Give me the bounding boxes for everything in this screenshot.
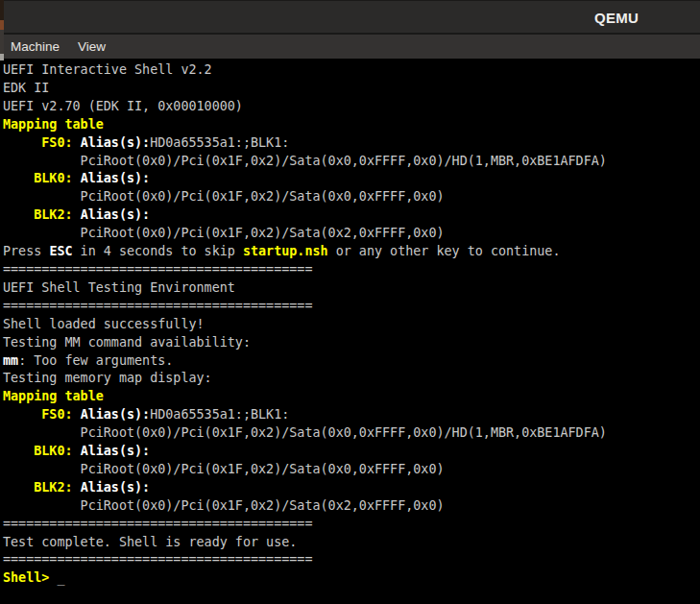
console-line: FS0: Alias(s):HD0a65535a1:;BLK1:	[3, 134, 700, 153]
console-text-segment: in 4 seconds to skip	[73, 244, 243, 258]
console-line: UEFI Interactive Shell v2.2	[3, 61, 700, 80]
console-line: UEFI v2.70 (EDK II, 0x00010000)	[3, 98, 700, 116]
console-text-segment: BLK2:	[34, 480, 72, 495]
console-line: Testing MM command availability:	[3, 334, 700, 352]
console-line: PciRoot(0x0)/Pci(0x1F,0x2)/Sata(0x0,0xFF…	[3, 461, 700, 479]
console-text-segment: Alias(s):	[81, 407, 151, 422]
console-text-segment	[3, 207, 34, 222]
console-line: PciRoot(0x0)/Pci(0x1F,0x2)/Sata(0x2,0xFF…	[3, 225, 700, 243]
console-text-segment: ESC	[49, 244, 72, 258]
console-line: UEFI Shell Testing Environment	[3, 279, 700, 298]
console-text-segment	[73, 171, 81, 185]
console-line: BLK0: Alias(s):	[3, 443, 700, 461]
console-line: Mapping table	[3, 388, 700, 406]
console-text-segment: Alias(s):	[81, 480, 151, 495]
console-text-segment: Shell loaded successfully!	[3, 317, 205, 331]
console-text-segment: ========================================	[3, 552, 312, 567]
console-text-segment: Press	[3, 244, 49, 258]
console-line: PciRoot(0x0)/Pci(0x1F,0x2)/Sata(0x0,0xFF…	[3, 188, 700, 206]
console-text-segment: EDK II	[3, 81, 49, 95]
qemu-window: QEMU Machine View UEFI Interactive Shell…	[0, 0, 700, 604]
console-text-segment: Alias(s):	[81, 444, 151, 458]
console-text-segment: Alias(s):	[81, 207, 151, 222]
console-text-segment: FS0:	[41, 135, 72, 150]
console-text-segment: startup.nsh	[243, 244, 328, 258]
console-output[interactable]: UEFI Interactive Shell v2.2EDK IIUEFI v2…	[0, 59, 700, 602]
cursor: _	[57, 570, 64, 585]
titlebar[interactable]: QEMU	[0, 0, 700, 35]
console-text-segment	[73, 207, 81, 222]
console-text-segment: ========================================	[3, 517, 312, 531]
console-line: PciRoot(0x0)/Pci(0x1F,0x2)/Sata(0x0,0xFF…	[3, 153, 700, 171]
console-line: Mapping table	[3, 116, 700, 134]
console-text-segment: Mapping table	[3, 389, 104, 403]
console-text-segment	[73, 480, 81, 495]
console-text-segment: BLK0:	[34, 444, 72, 458]
menu-item-view[interactable]: View	[78, 35, 106, 59]
console-line: ========================================	[3, 298, 700, 316]
console-text-segment: PciRoot(0x0)/Pci(0x1F,0x2)/Sata(0x0,0xFF…	[3, 189, 445, 204]
console-text-segment: PciRoot(0x0)/Pci(0x1F,0x2)/Sata(0x0,0xFF…	[3, 462, 445, 476]
console-text-segment: mm	[3, 353, 18, 368]
menubar: Machine View	[0, 35, 700, 59]
console-text-segment	[3, 407, 41, 422]
sliver-segment	[0, 20, 4, 30]
console-text-segment: PciRoot(0x0)/Pci(0x1F,0x2)/Sata(0x0,0xFF…	[3, 154, 607, 168]
console-text-segment: : Too few arguments.	[18, 353, 173, 368]
console-text-segment: BLK2:	[34, 207, 72, 222]
console-text-segment: FS0:	[41, 407, 72, 422]
console-line: BLK2: Alias(s):	[3, 479, 700, 497]
console-text-segment: or any other key to continue.	[328, 244, 561, 258]
console-line: ========================================	[3, 516, 700, 534]
console-text-segment: Shell>	[3, 570, 57, 585]
sliver-segment	[0, 0, 4, 20]
console-line: ========================================	[3, 551, 700, 569]
console-text-segment: ========================================	[3, 262, 312, 277]
console-text-segment	[3, 480, 34, 495]
console-text-segment	[73, 444, 81, 458]
console-text-segment	[3, 444, 34, 458]
console-text-segment: Alias(s):	[81, 135, 151, 150]
console-text-segment: Testing memory map display:	[3, 371, 212, 385]
console-line: Testing memory map display:	[3, 370, 700, 388]
console-text-segment: PciRoot(0x0)/Pci(0x1F,0x2)/Sata(0x0,0xFF…	[3, 425, 607, 440]
console-text-segment: PciRoot(0x0)/Pci(0x1F,0x2)/Sata(0x2,0xFF…	[3, 226, 445, 240]
console-text-segment: UEFI v2.70 (EDK II, 0x00010000)	[3, 99, 243, 113]
console-text-segment: Test complete. Shell is ready for use.	[3, 535, 297, 549]
console-line: EDK II	[3, 80, 700, 98]
console-line: PciRoot(0x0)/Pci(0x1F,0x2)/Sata(0x0,0xFF…	[3, 424, 700, 443]
menu-item-machine[interactable]: Machine	[11, 35, 60, 59]
console-text-segment: ========================================	[3, 299, 312, 313]
sliver-segment	[0, 30, 4, 54]
console-text-segment: UEFI Interactive Shell v2.2	[3, 62, 212, 77]
sliver-segment	[0, 54, 4, 60]
console-text-segment: Mapping table	[3, 117, 104, 132]
window-title: QEMU	[594, 9, 639, 25]
console-line: Shell loaded successfully!	[3, 316, 700, 334]
console-text-segment	[3, 171, 34, 185]
console-line: mm: Too few arguments.	[3, 352, 700, 371]
console-text-segment: UEFI Shell Testing Environment	[3, 280, 235, 295]
console-text-segment	[73, 407, 81, 422]
console-line: Shell> _	[3, 569, 700, 588]
console-line: FS0: Alias(s):HD0a65535a1:;BLK1:	[3, 406, 700, 424]
console-text-segment	[73, 135, 81, 150]
console-line: ========================================	[3, 261, 700, 279]
console-line: BLK0: Alias(s):	[3, 170, 700, 188]
console-text-segment: Alias(s):	[81, 171, 151, 185]
console-text-segment: PciRoot(0x0)/Pci(0x1F,0x2)/Sata(0x2,0xFF…	[3, 498, 445, 513]
console-text-segment: Testing MM command availability:	[3, 335, 251, 350]
console-text-segment: HD0a65535a1:;BLK1:	[150, 135, 289, 150]
console-text-segment	[3, 135, 41, 150]
console-text-segment: BLK0:	[34, 171, 72, 185]
console-line: Test complete. Shell is ready for use.	[3, 534, 700, 552]
console-line: BLK2: Alias(s):	[3, 206, 700, 225]
console-text-segment: HD0a65535a1:;BLK1:	[150, 407, 289, 422]
console-line: PciRoot(0x0)/Pci(0x1F,0x2)/Sata(0x2,0xFF…	[3, 497, 700, 516]
console-line: Press ESC in 4 seconds to skip startup.n…	[3, 243, 700, 261]
background-window-sliver	[0, 0, 4, 60]
